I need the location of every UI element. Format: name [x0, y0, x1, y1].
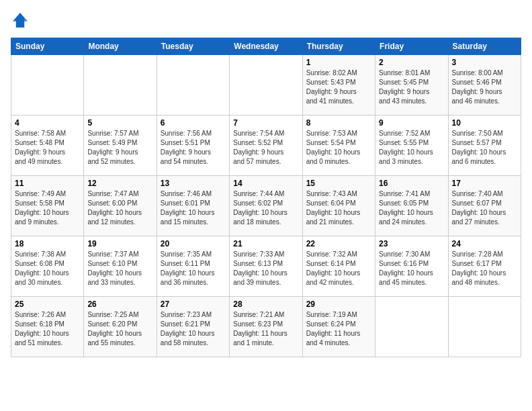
calendar-cell: 5Sunrise: 7:57 AM Sunset: 5:49 PM Daylig… [84, 116, 157, 176]
calendar-cell: 10Sunrise: 7:50 AM Sunset: 5:57 PM Dayli… [448, 116, 521, 176]
day-info: Sunrise: 7:35 AM Sunset: 6:11 PM Dayligh… [161, 250, 226, 287]
calendar-cell: 8Sunrise: 7:53 AM Sunset: 5:54 PM Daylig… [302, 116, 375, 176]
day-info: Sunrise: 7:32 AM Sunset: 6:14 PM Dayligh… [306, 250, 371, 287]
day-info: Sunrise: 7:19 AM Sunset: 6:24 PM Dayligh… [306, 310, 371, 348]
day-number: 11 [15, 179, 80, 188]
calendar-cell: 23Sunrise: 7:30 AM Sunset: 6:16 PM Dayli… [375, 236, 448, 297]
day-info: Sunrise: 7:53 AM Sunset: 5:54 PM Dayligh… [306, 129, 371, 167]
logo [11, 11, 32, 30]
day-header-wednesday: Wednesday [230, 38, 302, 55]
day-info: Sunrise: 8:02 AM Sunset: 5:43 PM Dayligh… [306, 68, 371, 106]
day-info: Sunrise: 7:58 AM Sunset: 5:48 PM Dayligh… [15, 129, 80, 167]
calendar-week-2: 4Sunrise: 7:58 AM Sunset: 5:48 PM Daylig… [11, 116, 521, 176]
calendar-week-3: 11Sunrise: 7:49 AM Sunset: 5:58 PM Dayli… [11, 176, 521, 236]
day-header-tuesday: Tuesday [157, 38, 229, 55]
day-header-monday: Monday [84, 38, 157, 55]
day-info: Sunrise: 7:43 AM Sunset: 6:04 PM Dayligh… [306, 189, 371, 227]
calendar-cell: 6Sunrise: 7:56 AM Sunset: 5:51 PM Daylig… [157, 116, 229, 176]
calendar-cell: 17Sunrise: 7:40 AM Sunset: 6:07 PM Dayli… [448, 176, 521, 236]
day-info: Sunrise: 7:49 AM Sunset: 5:58 PM Dayligh… [15, 189, 80, 227]
day-number: 23 [379, 239, 444, 248]
calendar-cell [11, 55, 84, 116]
calendar-cell [157, 55, 229, 116]
calendar-cell [375, 297, 448, 357]
day-info: Sunrise: 7:52 AM Sunset: 5:55 PM Dayligh… [379, 129, 444, 167]
day-info: Sunrise: 7:37 AM Sunset: 6:10 PM Dayligh… [87, 250, 152, 287]
day-number: 10 [452, 118, 517, 128]
day-number: 7 [233, 118, 298, 128]
calendar-cell: 24Sunrise: 7:28 AM Sunset: 6:17 PM Dayli… [448, 236, 521, 297]
header [11, 11, 521, 30]
calendar-cell: 14Sunrise: 7:44 AM Sunset: 6:02 PM Dayli… [230, 176, 302, 236]
calendar-cell: 25Sunrise: 7:26 AM Sunset: 6:18 PM Dayli… [11, 297, 84, 357]
day-number: 2 [379, 58, 444, 67]
day-info: Sunrise: 7:28 AM Sunset: 6:17 PM Dayligh… [452, 250, 517, 287]
calendar-week-4: 18Sunrise: 7:38 AM Sunset: 6:08 PM Dayli… [11, 236, 521, 297]
day-info: Sunrise: 7:54 AM Sunset: 5:52 PM Dayligh… [233, 129, 298, 167]
calendar-cell: 26Sunrise: 7:25 AM Sunset: 6:20 PM Dayli… [84, 297, 157, 357]
day-number: 28 [233, 300, 298, 309]
day-info: Sunrise: 7:30 AM Sunset: 6:16 PM Dayligh… [379, 250, 444, 287]
day-info: Sunrise: 7:41 AM Sunset: 6:05 PM Dayligh… [379, 189, 444, 227]
calendar-cell: 9Sunrise: 7:52 AM Sunset: 5:55 PM Daylig… [375, 116, 448, 176]
calendar-cell: 3Sunrise: 8:00 AM Sunset: 5:46 PM Daylig… [448, 55, 521, 116]
day-info: Sunrise: 7:33 AM Sunset: 6:13 PM Dayligh… [233, 250, 298, 287]
calendar-cell [230, 55, 302, 116]
calendar-cell: 13Sunrise: 7:46 AM Sunset: 6:01 PM Dayli… [157, 176, 229, 236]
day-number: 15 [306, 179, 371, 188]
day-number: 27 [161, 300, 226, 309]
day-info: Sunrise: 7:47 AM Sunset: 6:00 PM Dayligh… [87, 189, 152, 227]
day-number: 18 [15, 239, 80, 248]
day-number: 4 [15, 118, 80, 128]
day-number: 24 [452, 239, 517, 248]
day-info: Sunrise: 7:57 AM Sunset: 5:49 PM Dayligh… [87, 129, 152, 167]
day-number: 12 [87, 179, 152, 188]
calendar-cell: 1Sunrise: 8:02 AM Sunset: 5:43 PM Daylig… [302, 55, 375, 116]
calendar-cell: 7Sunrise: 7:54 AM Sunset: 5:52 PM Daylig… [230, 116, 302, 176]
calendar-cell: 28Sunrise: 7:21 AM Sunset: 6:23 PM Dayli… [230, 297, 302, 357]
day-number: 19 [87, 239, 152, 248]
days-header-row: SundayMondayTuesdayWednesdayThursdayFrid… [11, 38, 521, 55]
day-info: Sunrise: 7:26 AM Sunset: 6:18 PM Dayligh… [15, 310, 80, 348]
day-number: 20 [161, 239, 226, 248]
calendar-table: SundayMondayTuesdayWednesdayThursdayFrid… [11, 38, 521, 357]
day-number: 17 [452, 179, 517, 188]
calendar-cell [84, 55, 157, 116]
calendar-cell: 27Sunrise: 7:23 AM Sunset: 6:21 PM Dayli… [157, 297, 229, 357]
calendar-week-5: 25Sunrise: 7:26 AM Sunset: 6:18 PM Dayli… [11, 297, 521, 357]
day-info: Sunrise: 7:38 AM Sunset: 6:08 PM Dayligh… [15, 250, 80, 287]
calendar-cell: 11Sunrise: 7:49 AM Sunset: 5:58 PM Dayli… [11, 176, 84, 236]
day-number: 8 [306, 118, 371, 128]
day-number: 3 [452, 58, 517, 67]
calendar-week-1: 1Sunrise: 8:02 AM Sunset: 5:43 PM Daylig… [11, 55, 521, 116]
day-info: Sunrise: 7:25 AM Sunset: 6:20 PM Dayligh… [87, 310, 152, 348]
day-number: 26 [87, 300, 152, 309]
calendar-cell: 12Sunrise: 7:47 AM Sunset: 6:00 PM Dayli… [84, 176, 157, 236]
day-info: Sunrise: 7:21 AM Sunset: 6:23 PM Dayligh… [233, 310, 298, 348]
calendar-cell [448, 297, 521, 357]
calendar-cell: 22Sunrise: 7:32 AM Sunset: 6:14 PM Dayli… [302, 236, 375, 297]
day-number: 1 [306, 58, 371, 67]
calendar-cell: 15Sunrise: 7:43 AM Sunset: 6:04 PM Dayli… [302, 176, 375, 236]
calendar-cell: 4Sunrise: 7:58 AM Sunset: 5:48 PM Daylig… [11, 116, 84, 176]
day-number: 21 [233, 239, 298, 248]
calendar-cell: 2Sunrise: 8:01 AM Sunset: 5:45 PM Daylig… [375, 55, 448, 116]
day-info: Sunrise: 7:56 AM Sunset: 5:51 PM Dayligh… [161, 129, 226, 167]
day-number: 16 [379, 179, 444, 188]
day-info: Sunrise: 7:46 AM Sunset: 6:01 PM Dayligh… [161, 189, 226, 227]
day-info: Sunrise: 7:23 AM Sunset: 6:21 PM Dayligh… [161, 310, 226, 348]
day-info: Sunrise: 8:01 AM Sunset: 5:45 PM Dayligh… [379, 68, 444, 106]
day-number: 14 [233, 179, 298, 188]
calendar-cell: 18Sunrise: 7:38 AM Sunset: 6:08 PM Dayli… [11, 236, 84, 297]
day-number: 6 [161, 118, 226, 128]
day-info: Sunrise: 7:40 AM Sunset: 6:07 PM Dayligh… [452, 189, 517, 227]
day-number: 5 [87, 118, 152, 128]
day-number: 9 [379, 118, 444, 128]
calendar-cell: 21Sunrise: 7:33 AM Sunset: 6:13 PM Dayli… [230, 236, 302, 297]
day-header-sunday: Sunday [11, 38, 84, 55]
calendar-cell: 20Sunrise: 7:35 AM Sunset: 6:11 PM Dayli… [157, 236, 229, 297]
day-number: 25 [15, 300, 80, 309]
day-number: 13 [161, 179, 226, 188]
day-header-thursday: Thursday [302, 38, 375, 55]
day-info: Sunrise: 8:00 AM Sunset: 5:46 PM Dayligh… [452, 68, 517, 106]
